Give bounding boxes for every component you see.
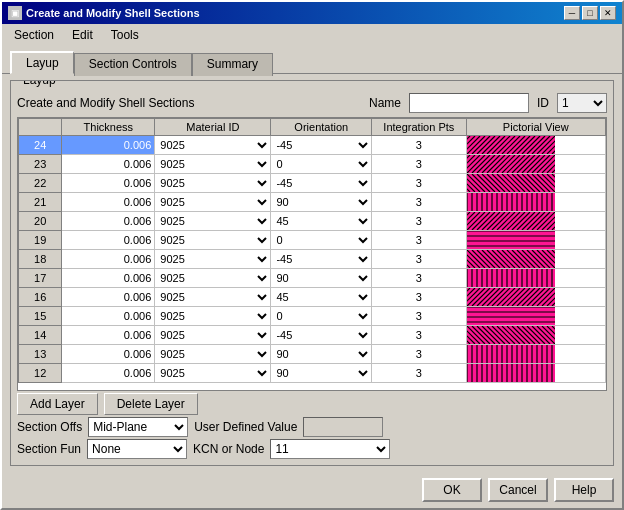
cell-matid[interactable]: 9025 (155, 288, 271, 307)
table-row[interactable]: 21 0.006 9025 90 3 (19, 193, 606, 212)
layup-group: Layup Create and Modify Shell Sections N… (10, 80, 614, 466)
col-orient: Orientation (271, 119, 372, 136)
cell-thickness[interactable]: 0.006 (62, 326, 155, 345)
menu-section[interactable]: Section (6, 26, 62, 44)
cell-orient[interactable]: 45 (271, 288, 372, 307)
cell-orient[interactable]: 90 (271, 345, 372, 364)
help-button[interactable]: Help (554, 478, 614, 502)
table-row[interactable]: 22 0.006 9025 -45 3 (19, 174, 606, 193)
cell-intpts: 3 (372, 269, 466, 288)
cell-matid[interactable]: 9025 (155, 193, 271, 212)
group-title: Layup (19, 80, 60, 87)
title-buttons: ─ □ ✕ (564, 6, 616, 20)
table-row[interactable]: 16 0.006 9025 45 3 (19, 288, 606, 307)
cell-pictorial (466, 212, 605, 231)
cell-thickness[interactable]: 0.006 (62, 269, 155, 288)
col-pictorial: Pictorial View (466, 119, 605, 136)
section-func-select[interactable]: None (87, 439, 187, 459)
cell-orient[interactable]: -45 (271, 174, 372, 193)
tab-summary[interactable]: Summary (192, 53, 273, 76)
menu-edit[interactable]: Edit (64, 26, 101, 44)
menu-tools[interactable]: Tools (103, 26, 147, 44)
svg-line-36 (507, 155, 525, 173)
cell-pictorial (466, 250, 605, 269)
maximize-button[interactable]: □ (582, 6, 598, 20)
user-def-input[interactable] (303, 417, 383, 437)
cell-matid[interactable]: 9025 (155, 212, 271, 231)
svg-line-7 (482, 136, 500, 154)
cell-matid[interactable]: 9025 (155, 345, 271, 364)
cell-thickness[interactable]: 0.006 (62, 231, 155, 250)
table-row[interactable]: 20 0.006 9025 45 3 (19, 212, 606, 231)
cell-matid[interactable]: 9025 (155, 364, 271, 383)
cell-intpts: 3 (372, 364, 466, 383)
svg-line-129 (492, 250, 510, 268)
cell-orient[interactable]: 0 (271, 231, 372, 250)
minimize-button[interactable]: ─ (564, 6, 580, 20)
cell-matid[interactable]: 9025 (155, 231, 271, 250)
table-row[interactable]: 12 0.006 9025 90 3 (19, 364, 606, 383)
cell-orient[interactable]: -45 (271, 250, 372, 269)
svg-line-16 (527, 136, 545, 154)
svg-line-5 (472, 136, 490, 154)
svg-line-138 (537, 250, 555, 268)
cell-intpts: 3 (372, 155, 466, 174)
svg-line-173 (492, 288, 510, 306)
cell-matid[interactable]: 9025 (155, 136, 271, 155)
table-row[interactable]: 24 0.006 9025 -45 3 (19, 136, 606, 155)
cell-orient[interactable]: 90 (271, 269, 372, 288)
cell-intpts: 3 (372, 136, 466, 155)
cell-thickness[interactable]: 0.006 (62, 174, 155, 193)
cell-thickness[interactable]: 0.006 (62, 307, 155, 326)
cell-thickness[interactable]: 0.006 (62, 193, 155, 212)
table-row[interactable]: 18 0.006 9025 -45 3 (19, 250, 606, 269)
cell-pictorial (466, 193, 605, 212)
kcn-select[interactable]: 11 (270, 439, 390, 459)
cell-matid[interactable]: 9025 (155, 307, 271, 326)
close-button[interactable]: ✕ (600, 6, 616, 20)
table-row[interactable]: 13 0.006 9025 90 3 (19, 345, 606, 364)
cell-thickness[interactable]: 0.006 (62, 136, 155, 155)
cell-orient[interactable]: -45 (271, 326, 372, 345)
table-row[interactable]: 23 0.006 9025 0 3 (19, 155, 606, 174)
delete-layer-button[interactable]: Delete Layer (104, 393, 198, 415)
table-row[interactable]: 17 0.006 9025 90 3 (19, 269, 606, 288)
tab-layup[interactable]: Layup (10, 51, 74, 74)
cell-orient[interactable]: 45 (271, 212, 372, 231)
svg-line-172 (487, 288, 505, 306)
section-offset-select[interactable]: Mid-Plane (88, 417, 188, 437)
cell-thickness[interactable]: 0.006 (62, 364, 155, 383)
svg-line-97 (472, 212, 490, 230)
table-row[interactable]: 19 0.006 9025 0 3 (19, 231, 606, 250)
cell-orient[interactable]: 0 (271, 155, 372, 174)
cell-orient[interactable]: 90 (271, 193, 372, 212)
cell-matid[interactable]: 9025 (155, 155, 271, 174)
cell-thickness[interactable]: 0.006 (62, 250, 155, 269)
cell-matid[interactable]: 9025 (155, 269, 271, 288)
tab-section-controls[interactable]: Section Controls (74, 53, 192, 76)
ok-button[interactable]: OK (422, 478, 482, 502)
add-layer-button[interactable]: Add Layer (17, 393, 98, 415)
table-row[interactable]: 15 0.006 9025 0 3 (19, 307, 606, 326)
cell-thickness[interactable]: 0.006 (62, 212, 155, 231)
cancel-button[interactable]: Cancel (488, 478, 548, 502)
cell-orient[interactable]: -45 (271, 136, 372, 155)
svg-line-133 (512, 250, 530, 268)
cell-orient[interactable]: 90 (271, 364, 372, 383)
section-offset-row: Section Offs Mid-Plane User Defined Valu… (17, 417, 607, 437)
table-row[interactable]: 14 0.006 9025 -45 3 (19, 326, 606, 345)
cell-orient[interactable]: 0 (271, 307, 372, 326)
cell-thickness[interactable]: 0.006 (62, 155, 155, 174)
cell-thickness[interactable]: 0.006 (62, 288, 155, 307)
cell-matid[interactable]: 9025 (155, 326, 271, 345)
cell-matid[interactable]: 9025 (155, 174, 271, 193)
svg-line-209 (532, 326, 550, 344)
svg-line-98 (477, 212, 495, 230)
svg-line-135 (522, 250, 540, 268)
cell-thickness[interactable]: 0.006 (62, 345, 155, 364)
name-input[interactable] (409, 93, 529, 113)
cell-intpts: 3 (372, 345, 466, 364)
row-id: 15 (19, 307, 62, 326)
id-select[interactable]: 1 (557, 93, 607, 113)
cell-matid[interactable]: 9025 (155, 250, 271, 269)
